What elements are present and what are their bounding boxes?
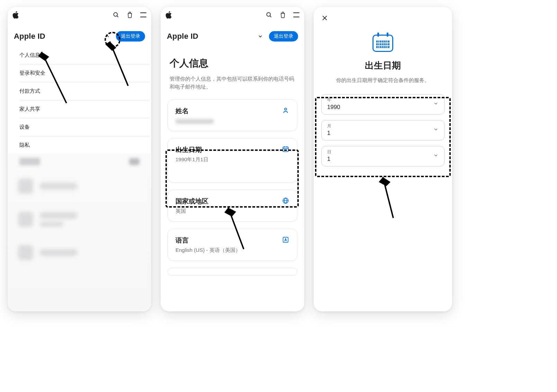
field-label: 年 xyxy=(327,97,433,103)
card-region[interactable]: 国家或地区 英国 xyxy=(168,190,297,222)
blurred-background xyxy=(8,154,151,311)
screen-navigation: Apple ID 退出登录 个人信息 登录和安全 付款方式 家人共享 设备 隐私 xyxy=(8,7,151,311)
language-icon xyxy=(282,236,289,244)
card-birthday[interactable]: 出生日期 1990年1月1日 xyxy=(168,138,297,183)
menu-icon[interactable] xyxy=(140,12,146,17)
apple-id-header: Apple ID 退出登录 xyxy=(161,23,304,46)
calendar-icon xyxy=(282,145,289,153)
redacted-name xyxy=(176,119,214,124)
svg-rect-5 xyxy=(283,147,288,152)
screen-personal-info: Apple ID 退出登录 个人信息 管理你的个人信息，其中包括可以联系到你的电… xyxy=(161,7,304,311)
svg-point-4 xyxy=(285,108,287,110)
section-description: 管理你的个人信息，其中包括可以联系到你的电话号码和电子邮件地址。 xyxy=(170,75,295,91)
bag-icon[interactable] xyxy=(126,11,133,18)
logout-button[interactable]: 退出登录 xyxy=(269,31,298,42)
card-language[interactable]: 语言 English (US) - 英语（美国） xyxy=(168,229,297,261)
chevron-down-icon xyxy=(433,127,439,134)
card-label: 语言 xyxy=(176,236,282,245)
apple-logo-icon[interactable] xyxy=(165,11,266,19)
svg-point-0 xyxy=(114,12,117,16)
card-label: 出生日期 xyxy=(176,145,282,154)
card-value: 英国 xyxy=(176,208,282,215)
svg-line-3 xyxy=(270,16,271,17)
menu-icon[interactable] xyxy=(293,12,299,17)
card-label: 姓名 xyxy=(176,107,282,116)
nav-signin-security[interactable]: 登录和安全 xyxy=(19,64,150,82)
globe-icon xyxy=(282,197,289,204)
modal-title: 出生日期 xyxy=(314,60,452,72)
field-year[interactable]: 年 1990 xyxy=(321,94,444,115)
apple-id-header: Apple ID 退出登录 xyxy=(8,23,151,46)
logout-button[interactable]: 退出登录 xyxy=(116,31,145,42)
apple-logo-icon[interactable] xyxy=(12,11,113,19)
search-icon[interactable] xyxy=(113,11,119,18)
close-button[interactable] xyxy=(321,15,328,21)
svg-point-2 xyxy=(267,12,270,16)
nav-family-sharing[interactable]: 家人共享 xyxy=(19,100,150,118)
card-more[interactable] xyxy=(168,268,297,275)
nav-privacy[interactable]: 隐私 xyxy=(19,136,150,154)
nav-payment[interactable]: 付款方式 xyxy=(19,82,150,100)
card-name[interactable]: 姓名 xyxy=(168,99,297,131)
side-nav-list: 个人信息 登录和安全 付款方式 家人共享 设备 隐私 xyxy=(8,46,151,154)
expand-button[interactable] xyxy=(255,31,266,42)
section-title: 个人信息 xyxy=(170,57,295,70)
nav-personal-info[interactable]: 个人信息 xyxy=(19,46,150,64)
card-value: English (US) - 英语（美国） xyxy=(176,247,282,254)
page-title: Apple ID xyxy=(167,32,255,41)
top-nav xyxy=(161,7,304,23)
collapse-button[interactable] xyxy=(102,31,113,42)
modal-description: 你的出生日期用于确定符合条件的服务。 xyxy=(314,77,452,84)
page-title: Apple ID xyxy=(14,32,102,41)
chevron-down-icon xyxy=(433,101,439,108)
field-value: 1 xyxy=(327,130,433,137)
bag-icon[interactable] xyxy=(279,11,286,18)
screen-birthday-editor: 出生日期 你的出生日期用于确定符合条件的服务。 年 1990 月 1 日 xyxy=(314,7,452,311)
svg-line-1 xyxy=(117,16,118,17)
card-label: 国家或地区 xyxy=(176,197,282,206)
calendar-hero-icon xyxy=(372,35,393,52)
field-day[interactable]: 日 1 xyxy=(321,146,444,166)
field-label: 日 xyxy=(327,149,433,155)
card-value: 1990年1月1日 xyxy=(176,156,282,163)
nav-devices[interactable]: 设备 xyxy=(19,118,150,136)
field-label: 月 xyxy=(327,123,433,129)
field-value: 1990 xyxy=(327,104,433,111)
person-icon xyxy=(282,107,289,114)
field-month[interactable]: 月 1 xyxy=(321,120,444,140)
field-value: 1 xyxy=(327,156,433,163)
top-nav xyxy=(8,7,151,23)
search-icon[interactable] xyxy=(266,11,272,18)
chevron-down-icon xyxy=(433,153,439,159)
